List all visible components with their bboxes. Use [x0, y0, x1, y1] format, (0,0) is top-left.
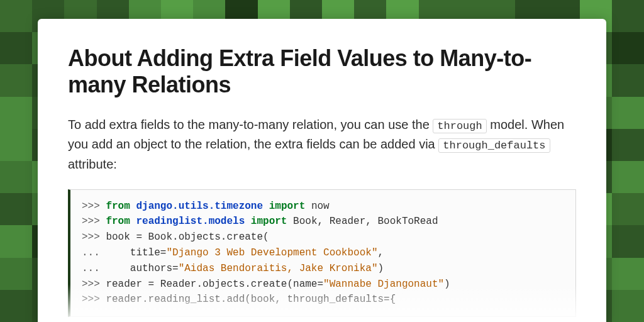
- code-token: "Aidas Bendoraitis, Jake Kronika": [179, 263, 378, 274]
- code-token: book = Book.objects.create(: [106, 231, 269, 243]
- intro-paragraph: To add extra fields to the many-to-many …: [68, 115, 576, 174]
- code-token: django.utils.timezone: [136, 201, 263, 212]
- code-token: now: [305, 201, 329, 212]
- intro-text-1: To add extra fields to the many-to-many …: [68, 118, 433, 131]
- code-token: ): [444, 279, 450, 290]
- inline-code-through-defaults: through_defaults: [438, 138, 550, 153]
- code-line: >>> reader = Reader.objects.create(name=…: [82, 279, 450, 290]
- code-token: ,: [377, 247, 384, 258]
- code-prompt: >>>: [82, 294, 106, 305]
- code-prompt: >>>: [82, 279, 106, 290]
- code-token: Book, Reader, BookToRead: [287, 216, 438, 227]
- code-token: import: [269, 201, 306, 212]
- code-line: ... title="Django 3 Web Development Cook…: [82, 247, 384, 258]
- code-token: [130, 201, 136, 212]
- code-line: >>> from django.utils.timezone import no…: [82, 201, 330, 212]
- code-token: title=: [106, 247, 166, 258]
- code-token: ): [377, 263, 384, 274]
- code-token: from: [106, 216, 130, 227]
- code-prompt: ...: [82, 263, 106, 274]
- inline-code-through: through: [433, 119, 486, 133]
- page-title: About Adding Extra Field Values to Many-…: [68, 45, 576, 99]
- code-line: >>> book = Book.objects.create(: [82, 231, 269, 243]
- code-token: "Django 3 Web Development Cookbook": [166, 247, 377, 258]
- code-token: [130, 216, 136, 227]
- code-token: [263, 201, 269, 212]
- code-token: reader.reading_list.add(book, through_de…: [106, 294, 396, 305]
- code-prompt: >>>: [82, 231, 106, 243]
- code-token: import: [251, 216, 287, 227]
- code-prompt: >>>: [82, 216, 106, 227]
- code-prompt: >>>: [82, 201, 106, 212]
- code-token: from: [106, 201, 130, 212]
- code-token: authors=: [106, 263, 178, 274]
- code-token: reader = Reader.objects.create(name=: [106, 279, 323, 290]
- code-block: >>> from django.utils.timezone import no…: [68, 189, 576, 318]
- code-token: "Wannabe Djangonaut": [323, 279, 444, 290]
- code-line: >>> from readinglist.models import Book,…: [82, 216, 438, 227]
- code-token: [245, 216, 251, 227]
- code-line: >>> reader.reading_list.add(book, throug…: [82, 294, 396, 305]
- code-line: ... authors="Aidas Bendoraitis, Jake Kro…: [82, 263, 384, 274]
- code-prompt: ...: [82, 247, 106, 258]
- code-token: readinglist.models: [136, 216, 245, 227]
- intro-text-3: attribute:: [68, 157, 117, 171]
- article-card: About Adding Extra Field Values to Many-…: [38, 19, 606, 322]
